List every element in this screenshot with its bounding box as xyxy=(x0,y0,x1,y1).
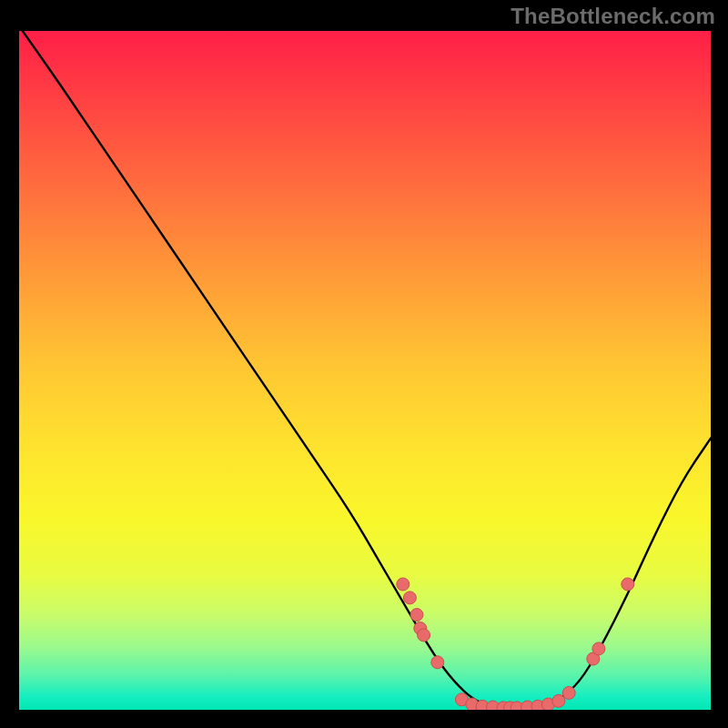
data-point xyxy=(622,578,634,591)
plot-area xyxy=(19,31,711,710)
data-point xyxy=(403,592,416,604)
data-points xyxy=(397,578,634,710)
bottleneck-curve xyxy=(23,31,711,708)
chart-frame: TheBottleneck.com xyxy=(0,0,728,728)
data-point xyxy=(592,642,605,655)
data-point xyxy=(552,694,565,707)
data-point xyxy=(410,609,423,622)
data-point xyxy=(431,656,444,669)
data-point xyxy=(418,629,430,642)
data-point xyxy=(562,686,575,699)
curve-layer xyxy=(19,31,711,710)
attribution-text: TheBottleneck.com xyxy=(511,4,715,29)
data-point xyxy=(397,578,410,591)
